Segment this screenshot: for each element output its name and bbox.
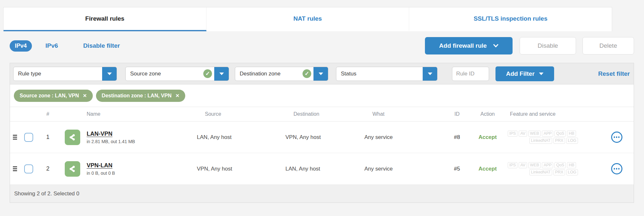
feature-badge: APP [542, 162, 553, 168]
feature-badge: PRX [553, 138, 565, 144]
col-header-action: Action [469, 111, 506, 117]
add-firewall-rule-label: Add firewall rule [439, 42, 487, 49]
source-zone-dropdown-label: Source zone [126, 71, 201, 77]
col-header-name: Name [58, 111, 197, 117]
rule-id-input[interactable] [452, 67, 489, 81]
filter-applied-check-icon: ✓ [303, 69, 311, 78]
source-zone-dropdown[interactable]: Source zone ✓ [125, 67, 229, 81]
feature-badge: LinkedNAT [529, 138, 552, 144]
active-filter-chips: Source zone : LAN, VPN ✕ Destination zon… [10, 84, 634, 107]
status-dropdown[interactable]: Status [336, 67, 437, 81]
rule-destination: VPN, Any host [285, 134, 364, 141]
feature-badge: WEB [528, 131, 541, 137]
feature-badge: LOG [566, 169, 578, 175]
rule-id: #8 [445, 134, 469, 141]
feature-badge: QoS [554, 162, 566, 168]
row-checkbox[interactable] [24, 164, 33, 173]
rule-action: Accept [469, 134, 506, 141]
tab-ssl-tls-inspection-rules[interactable]: SSL/TLS inspection rules [409, 7, 612, 31]
disable-button[interactable]: Disable [520, 37, 576, 54]
chevron-down-icon [539, 73, 543, 75]
rule-source: LAN, Any host [197, 134, 285, 141]
destination-zone-dropdown-label: Destination zone [235, 71, 301, 77]
feature-badge: HB [567, 162, 576, 168]
feature-badge: APP [542, 131, 553, 137]
feature-badge: LOG [566, 138, 578, 144]
feature-badge: AV [519, 162, 527, 168]
chip-destination-zone: Destination zone : LAN, VPN ✕ [96, 90, 185, 102]
col-header-what: What [364, 111, 445, 117]
rule-id: #5 [445, 166, 469, 172]
rule-traffic: in 0 B, out 0 B [87, 171, 115, 176]
tab-firewall-rules[interactable]: Firewall rules [4, 7, 207, 31]
add-firewall-rule-button[interactable]: Add firewall rule [425, 37, 513, 54]
firewall-rule-icon [65, 161, 80, 177]
firewall-rule-icon [65, 130, 80, 145]
row-number: 2 [37, 165, 58, 172]
rule-type-dropdown[interactable]: Rule type [13, 67, 117, 81]
row-number: 1 [37, 134, 58, 141]
row-menu-ellipsis-icon[interactable] [611, 132, 622, 143]
col-header-id: ID [445, 111, 469, 117]
firewall-rules-panel: Rule type Source zone ✓ Destination zone… [10, 63, 634, 203]
disable-filter-link[interactable]: Disable filter [83, 42, 120, 49]
rule-what: Any service [364, 134, 445, 141]
feature-badge: HB [567, 131, 576, 137]
ipv6-toggle[interactable]: IPv6 [45, 42, 58, 49]
chip-remove-icon[interactable]: ✕ [83, 93, 87, 99]
row-count-summary: Showing 2 of 2. Selected 0 [14, 191, 79, 197]
col-header-number: # [37, 111, 58, 117]
delete-button[interactable]: Delete [582, 37, 634, 54]
feature-badges: IPS AV WEB APP QoS HB LinkedNAT PRX LOG [506, 162, 600, 175]
add-filter-button[interactable]: Add Filter [495, 66, 554, 81]
feature-badge: LinkedNAT [529, 169, 552, 175]
filter-applied-check-icon: ✓ [203, 69, 212, 78]
table-footer: Showing 2 of 2. Selected 0 [10, 185, 634, 202]
chip-source-zone: Source zone : LAN, VPN ✕ [14, 90, 93, 102]
chip-label: Source zone : LAN, VPN [20, 93, 79, 99]
add-filter-label: Add Filter [506, 70, 535, 77]
chevron-down-icon [493, 44, 498, 47]
feature-badge: IPS [508, 162, 517, 168]
rule-name-link[interactable]: VPN-LAN [87, 162, 112, 169]
chevron-down-icon[interactable] [423, 67, 437, 81]
filter-bar: Rule type Source zone ✓ Destination zone… [10, 63, 634, 84]
rule-what: Any service [364, 166, 445, 172]
feature-badge: PRX [553, 169, 565, 175]
col-header-source: Source [197, 111, 285, 117]
row-menu-ellipsis-icon[interactable] [611, 163, 622, 174]
ipv4-toggle[interactable]: IPv4 [10, 40, 32, 52]
col-header-feature-service: Feature and service [506, 111, 600, 117]
rule-name-link[interactable]: LAN-VPN [87, 131, 112, 137]
feature-badge: AV [519, 131, 527, 137]
chip-label: Destination zone : LAN, VPN [102, 93, 172, 99]
feature-badge: IPS [508, 131, 517, 137]
feature-badge: WEB [528, 162, 541, 168]
drag-handle-icon[interactable] [10, 135, 20, 140]
row-checkbox[interactable] [24, 133, 33, 142]
rule-type-dropdown-label: Rule type [14, 71, 102, 77]
rule-source: VPN, Any host [197, 166, 285, 172]
status-dropdown-label: Status [336, 71, 423, 77]
chevron-down-icon[interactable] [214, 67, 229, 81]
table-header-row: # Name Source Destination What ID Action… [10, 107, 634, 122]
drag-handle-icon[interactable] [10, 166, 20, 171]
chip-remove-icon[interactable]: ✕ [176, 93, 180, 99]
table-row: 2 VPN-LAN in 0 B, out 0 B VPN, Any host … [10, 153, 634, 185]
tab-nat-rules[interactable]: NAT rules [207, 7, 409, 31]
feature-badge: QoS [554, 131, 566, 137]
col-header-destination: Destination [285, 111, 364, 117]
toolbar: IPv4 IPv6 Disable filter Add firewall ru… [10, 36, 634, 55]
destination-zone-dropdown[interactable]: Destination zone ✓ [235, 67, 328, 81]
chevron-down-icon[interactable] [102, 67, 117, 81]
rule-action: Accept [469, 166, 506, 172]
reset-filter-link[interactable]: Reset filter [598, 70, 630, 77]
table-row: 1 LAN-VPN in 2.81 MB, out 1.41 MB LAN, A… [10, 122, 634, 153]
rule-destination: LAN, Any host [285, 166, 364, 172]
rules-tabbar: Firewall rules NAT rules SSL/TLS inspect… [3, 7, 612, 31]
feature-badges: IPS AV WEB APP QoS HB LinkedNAT PRX LOG [506, 131, 600, 144]
chevron-down-icon[interactable] [313, 67, 328, 81]
rule-traffic: in 2.81 MB, out 1.41 MB [87, 139, 135, 144]
